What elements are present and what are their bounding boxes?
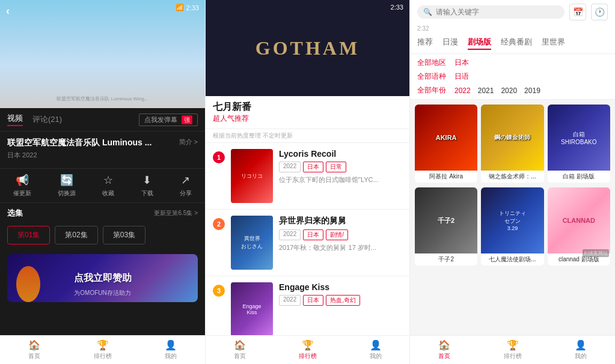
tab-theater[interactable]: 剧场版: [468, 37, 491, 50]
nav-ranking[interactable]: 🏆 排行榜: [479, 339, 547, 360]
filters: 全部地区 日本 全部语种 日语 全部年份 2022 2021 2020 2019: [410, 54, 615, 100]
nav-profile[interactable]: 👤 我的: [341, 339, 409, 360]
grid-item-fma[interactable]: 鋼の錬金術師 钢之炼金术师：...: [481, 105, 543, 183]
tab-video[interactable]: 视频: [7, 113, 23, 126]
filter-japan[interactable]: 日本: [454, 58, 469, 68]
filter-language: 全部语种 日语: [417, 71, 608, 82]
grid-item-trinity[interactable]: トリニティセブン3.29 七人魔法使剧场...: [481, 187, 543, 265]
panel3-header: 🔍 📅 🕐: [410, 0, 615, 24]
action-favorite[interactable]: ☆ 收藏: [102, 174, 114, 198]
list-item[interactable]: 1 リコリコ Lycoris Recoil 2022 日本 日常 位于东京下町的…: [206, 143, 409, 210]
ranking-subtitle: 超人气推荐: [213, 114, 251, 124]
cover-isekai: 異世界おじさん: [231, 216, 273, 270]
cover-qian2: 千子2: [415, 187, 477, 253]
nav-home[interactable]: 🏠 首页: [410, 339, 479, 360]
tab-classic[interactable]: 经典番剧: [501, 37, 532, 50]
rank-badge-2: 2: [213, 218, 225, 230]
list-item[interactable]: 3 EngageKiss Engage Kiss 2022 日本 热血,奇幻: [206, 276, 409, 335]
intro-button[interactable]: 简介 >: [179, 138, 198, 147]
tab-comments[interactable]: 评论(21): [32, 114, 62, 125]
nav-ranking[interactable]: 🏆 排行榜: [69, 339, 137, 360]
danmu-button[interactable]: 点我发弹幕 强: [139, 114, 198, 126]
filter-japanese[interactable]: 日语: [454, 71, 469, 82]
filter-2019[interactable]: 2019: [524, 86, 540, 95]
filter-region: 全部地区 日本: [417, 58, 608, 68]
anime-title: 联盟空军航空魔法音乐队 Luminous ...: [7, 138, 151, 148]
trophy-icon: 🏆: [302, 339, 314, 351]
episodes-header: 选集 更新至第6.5集 >: [0, 203, 205, 223]
cover-trinity: トリニティセブン3.29: [481, 187, 543, 253]
filter-year: 全部年份 2022 2021 2020 2019: [417, 85, 608, 96]
title-fma: 钢之炼金术师：...: [481, 171, 543, 183]
history-button[interactable]: 🕐: [591, 4, 608, 20]
status-time: 2:33: [391, 4, 403, 11]
search-input[interactable]: [436, 8, 558, 16]
hero-subtitle: 联盟空军航空魔法音乐队 Luminous Wing...: [10, 96, 195, 102]
grid-item-clannad[interactable]: CLANNAD clannad 剧场版 剑侠客网站: [548, 187, 610, 265]
trophy-icon: 🏆: [97, 339, 109, 351]
tab-recommend[interactable]: 推荐: [417, 37, 433, 50]
panel-theater: 🔍 📅 🕐 2:32 推荐 日漫 剧场版 经典番剧 里世界 全部地区 日本 全部…: [410, 0, 615, 364]
cover-engage: EngageKiss: [231, 282, 273, 335]
nav-home[interactable]: 🏠 首页: [206, 339, 274, 360]
filter-2022[interactable]: 2022: [454, 86, 471, 95]
episode-01[interactable]: 第01集: [7, 226, 50, 244]
download-icon: ⬇: [142, 174, 151, 187]
nav-home[interactable]: 🏠 首页: [0, 339, 69, 360]
banner-subtitle: 为OMOFUN存活助力: [74, 289, 130, 297]
home-icon: 🏠: [28, 339, 40, 351]
tab-ura[interactable]: 里世界: [542, 37, 565, 50]
banner-title: 点我立即赞助: [74, 272, 132, 285]
home-icon: 🏠: [438, 339, 450, 351]
star-icon: ☆: [103, 174, 113, 187]
nav-profile[interactable]: 👤 我的: [546, 339, 615, 360]
list-item[interactable]: 2 異世界おじさん 异世界归来的舅舅 2022 日本 剧情/ 2017年秋：敬文…: [206, 210, 409, 276]
action-share[interactable]: ↗ 分享: [180, 174, 192, 198]
item-info-3: Engage Kiss 2022 日本 热血,奇幻: [279, 282, 402, 309]
calendar-button[interactable]: 📅: [569, 4, 586, 20]
filter-2020[interactable]: 2020: [501, 86, 517, 95]
nav-profile[interactable]: 👤 我的: [136, 339, 205, 360]
grid-item-hakobako[interactable]: 白箱SHIROBAKO 白箱 剧场版: [548, 105, 610, 183]
cover-akira: AKIRA: [415, 105, 477, 171]
status-bar: 📶 2:33: [176, 4, 199, 11]
cover-hakobako: 白箱SHIROBAKO: [548, 105, 610, 171]
episode-03[interactable]: 第03集: [103, 226, 145, 244]
gotham-title: GOTHAM: [255, 37, 360, 59]
action-refresh[interactable]: 📢 催更新: [13, 174, 31, 198]
switch-icon: 🔄: [60, 174, 73, 187]
status-time: 2:33: [186, 4, 199, 11]
watermark: 剑侠客网站: [583, 249, 609, 257]
tab-anime[interactable]: 日漫: [442, 37, 458, 50]
panel2-hero: 2:33 GOTHAM: [206, 0, 409, 96]
back-button[interactable]: ‹: [6, 5, 10, 17]
ranking-header: 七月新番 超人气推荐: [206, 96, 409, 129]
ranking-list: 1 リコリコ Lycoris Recoil 2022 日本 日常 位于东京下町的…: [206, 143, 409, 335]
panel3-bottom-nav: 🏠 首页 🏆 排行榜 👤 我的: [410, 335, 615, 364]
cover-fma: 鋼の錬金術師: [481, 105, 543, 171]
filter-2021[interactable]: 2021: [478, 86, 494, 95]
action-download[interactable]: ⬇ 下载: [141, 174, 153, 198]
episodes-list: 第01集 第02集 第03集: [0, 223, 205, 249]
grid-item-akira[interactable]: AKIRA 阿基拉 Akira: [415, 105, 477, 183]
sponsor-banner[interactable]: 点我立即赞助 为OMOFUN存活助力: [7, 254, 198, 302]
danmu-badge: 强: [182, 115, 192, 124]
refresh-icon: 📢: [16, 174, 29, 187]
search-bar[interactable]: 🔍: [417, 5, 565, 19]
user-icon: 👤: [575, 339, 587, 351]
episode-02[interactable]: 第02集: [55, 226, 97, 244]
action-bar: 📢 催更新 🔄 切换源 ☆ 收藏 ⬇ 下载 ↗ 分享: [0, 168, 205, 203]
title-hakobako: 白箱 剧场版: [548, 171, 610, 183]
item-info-1: Lycoris Recoil 2022 日本 日常 位于东京下町的日式咖啡馆"L…: [279, 149, 402, 184]
panel-video-detail: ‹ 📶 2:33 联盟空军航空魔法音乐队 Luminous Wing... 视频…: [0, 0, 205, 364]
ranking-title: 七月新番: [213, 101, 251, 114]
panel-ranking: 2:33 GOTHAM 七月新番 超人气推荐 根据当前热度整理 不定时更新 1 …: [205, 0, 410, 364]
grid-item-qian2[interactable]: 千子2 千子2: [415, 187, 477, 265]
nav-ranking[interactable]: 🏆 排行榜: [274, 339, 341, 360]
cover-clannad: CLANNAD: [548, 187, 610, 253]
update-notice: 根据当前热度整理 不定时更新: [206, 129, 409, 143]
home-icon: 🏠: [234, 339, 246, 351]
grid-row-1: AKIRA 阿基拉 Akira 鋼の錬金術師 钢之炼金术师：... 白箱SHIR…: [415, 105, 610, 183]
item-info-2: 异世界归来的舅舅 2022 日本 剧情/ 2017年秋：敬文的舅舅 17 岁时.…: [279, 216, 402, 252]
action-switch-source[interactable]: 🔄 切换源: [58, 174, 76, 198]
